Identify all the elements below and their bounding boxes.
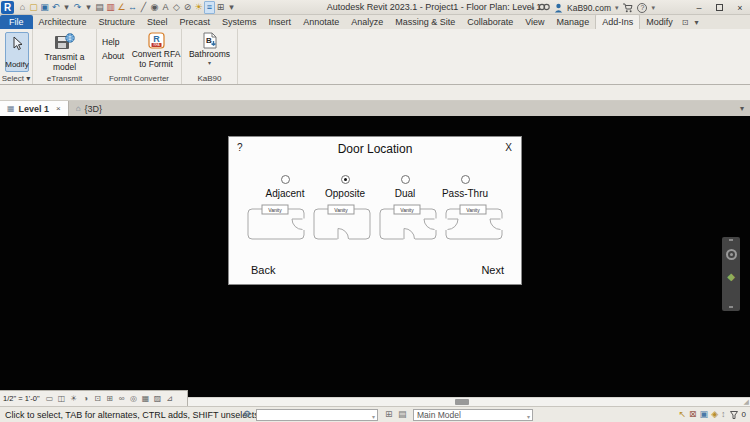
radio-pass-thru[interactable] — [461, 175, 470, 184]
visual-style-icon[interactable]: ◫ — [56, 394, 68, 404]
draw-icon[interactable]: ╱ — [138, 2, 149, 13]
zoom-tool-icon[interactable]: ◆ — [727, 272, 735, 282]
undo-caret-icon[interactable]: ▾ — [61, 2, 72, 13]
transmit-model-button[interactable]: Transmit a model — [33, 33, 96, 72]
view-tab-3d[interactable]: ⌂ {3D} — [69, 101, 109, 116]
print-icon[interactable]: ▤ — [94, 2, 105, 13]
radio-dual[interactable] — [401, 175, 410, 184]
qat-customize-caret-icon[interactable]: ▾ — [226, 2, 237, 13]
close-button[interactable]: × — [732, 3, 748, 13]
temporary-hide-isolate-icon[interactable]: ∞ — [116, 394, 128, 404]
show-crop-region-icon[interactable]: ⊞ — [104, 394, 116, 404]
dialog-close-button[interactable]: X — [505, 142, 512, 153]
close-view-tab-icon[interactable]: × — [56, 104, 61, 113]
text-icon[interactable]: A — [160, 2, 171, 13]
about-link[interactable]: About — [102, 51, 124, 61]
home-icon[interactable]: ⌂ — [17, 2, 28, 13]
ribbon-state-icon[interactable]: ⊡ — [679, 16, 692, 29]
minimize-button[interactable]: – — [691, 3, 707, 13]
select-underlay-elements-icon[interactable]: ⊠ — [689, 409, 697, 420]
scrollbar-thumb[interactable] — [455, 399, 469, 405]
radio-opposite[interactable] — [341, 175, 350, 184]
tab-architecture[interactable]: Architecture — [33, 15, 93, 29]
select-pinned-elements-icon[interactable]: ▣ — [700, 409, 709, 420]
user-icon[interactable] — [554, 3, 563, 13]
pin-icon[interactable]: ◉ — [149, 2, 160, 13]
restore-button[interactable] — [716, 4, 723, 11]
redo-icon[interactable]: ↷ — [72, 2, 83, 13]
horizontal-scrollbar[interactable]: ◢ — [188, 397, 750, 406]
switch-windows-icon[interactable]: ⊞ — [215, 2, 226, 13]
scale-control[interactable]: 1/2" = 1'-0" — [3, 394, 40, 403]
bathrooms-button[interactable]: B Bathrooms ▾ — [182, 32, 237, 66]
measure-icon[interactable]: ∠ — [116, 2, 127, 13]
resize-grip-icon[interactable]: ◢ — [744, 398, 749, 406]
back-button[interactable]: Back — [251, 264, 275, 276]
sync-doc-icon[interactable]: ▥ — [105, 2, 116, 13]
tab-annotate[interactable]: Annotate — [297, 15, 345, 29]
select-links-icon[interactable]: ↖ — [679, 409, 687, 420]
next-button[interactable]: Next — [481, 264, 504, 276]
redo-caret-icon[interactable]: ▾ — [83, 2, 94, 13]
section-icon[interactable]: ⊘ — [182, 2, 193, 13]
tab-insert[interactable]: Insert — [263, 15, 298, 29]
convert-rfa-button[interactable]: R RFA Convert RFA to Formit — [131, 32, 181, 69]
tab-modify[interactable]: Modify — [640, 15, 679, 29]
tab-structure[interactable]: Structure — [93, 15, 142, 29]
default-3d-view-icon[interactable]: ◇ — [171, 2, 182, 13]
filter-icon[interactable] — [729, 410, 739, 420]
undo-icon[interactable]: ↶ — [50, 2, 61, 13]
navbar-handle[interactable] — [729, 239, 733, 241]
worksets-icon[interactable]: ⚙ — [243, 409, 251, 419]
search-icon[interactable] — [538, 3, 550, 13]
design-option-dropdown[interactable]: Main Model ▾ — [413, 409, 533, 421]
ribbon-state-caret-icon[interactable]: ▾ — [691, 16, 701, 29]
help-link[interactable]: Help — [102, 37, 119, 47]
tab-massing-site[interactable]: Massing & Site — [389, 15, 461, 29]
help-caret-icon[interactable]: ▾ — [651, 4, 655, 12]
tab-add-ins[interactable]: Add-Ins — [595, 14, 640, 29]
panel-select-label[interactable]: Select ▾ — [0, 74, 32, 83]
view-control-bar: 1/2" = 1'-0" ▭ ◫ ☀ ◑ ⊡ ⊞ ∞ ◎ ▦ ▨ ⊿ — [0, 390, 188, 406]
steering-wheel-icon[interactable] — [726, 249, 737, 260]
save-icon[interactable]: ▣ — [39, 2, 50, 13]
radio-adjacent[interactable] — [281, 175, 290, 184]
worksharing-display-icon[interactable]: ▦ — [140, 394, 152, 404]
aligned-dimension-icon[interactable]: ↔ — [127, 2, 138, 13]
drag-elements-on-selection-icon[interactable]: ↕ — [721, 409, 726, 420]
tab-steel[interactable]: Steel — [141, 15, 174, 29]
view-tab-level1[interactable]: ▦ Level 1 × — [0, 101, 69, 116]
detail-level-icon[interactable]: ▭ — [44, 394, 56, 404]
cart-icon[interactable] — [622, 3, 633, 13]
crop-view-icon[interactable]: ⊡ — [92, 394, 104, 404]
view-tab-bar: ▦ Level 1 × ⌂ {3D} ▾ — [0, 101, 750, 116]
select-elements-by-face-icon[interactable]: ◈ — [711, 409, 718, 420]
account-caret-icon[interactable]: ▾ — [615, 4, 619, 12]
tab-systems[interactable]: Systems — [216, 15, 263, 29]
open-icon[interactable]: ▢ — [28, 2, 39, 13]
tab-collaborate[interactable]: Collaborate — [461, 15, 519, 29]
account-name[interactable]: KaB90.com — [567, 3, 611, 13]
tab-precast[interactable]: Precast — [174, 15, 217, 29]
reveal-hidden-elements-icon[interactable]: ◎ — [128, 394, 140, 404]
revit-logo-icon[interactable]: R — [1, 1, 14, 14]
tab-manage[interactable]: Manage — [551, 15, 596, 29]
editable-only-icon[interactable]: ⊞ — [385, 409, 393, 419]
analytical-model-icon[interactable]: ⊿ — [164, 394, 176, 404]
shadows-icon[interactable]: ◑ — [80, 394, 92, 404]
tab-file[interactable]: File — [0, 15, 33, 29]
thin-lines-icon[interactable]: ≡ — [204, 1, 215, 14]
sun-icon[interactable]: ☀ — [193, 2, 204, 13]
dialog-help-button[interactable]: ? — [237, 142, 243, 153]
navbar-options[interactable] — [729, 306, 733, 308]
sun-path-icon[interactable]: ☀ — [68, 394, 80, 404]
active-workset-dropdown[interactable]: ▾ — [256, 409, 378, 421]
temporary-view-properties-icon[interactable]: ▨ — [152, 394, 164, 404]
design-options-icon[interactable]: ▤ — [398, 409, 407, 419]
tab-view[interactable]: View — [519, 15, 550, 29]
modify-button[interactable]: Modify — [5, 32, 29, 72]
help-icon[interactable]: ? — [637, 3, 647, 13]
collapse-search-icon[interactable]: ◂ — [531, 4, 535, 12]
view-tabs-caret-icon[interactable]: ▾ — [740, 104, 744, 113]
tab-analyze[interactable]: Analyze — [345, 15, 389, 29]
